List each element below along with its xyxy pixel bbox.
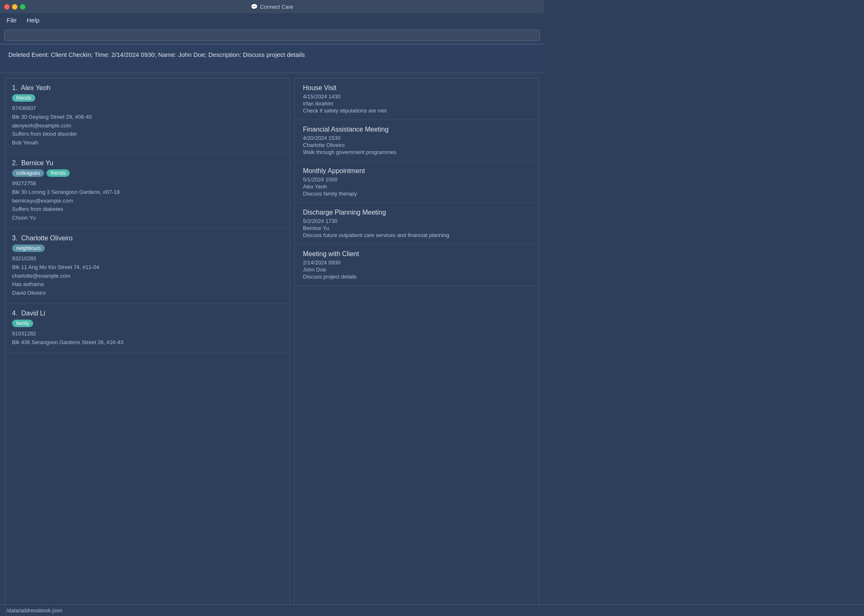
event-description: Check if safety stipulations are met xyxy=(303,108,530,114)
app-title: 💬 Connect Care xyxy=(251,3,293,10)
contact-email: charlotte@example.com xyxy=(12,272,283,281)
event-datetime: 5/1/2024 1000 xyxy=(303,176,530,183)
event-person: John Doe xyxy=(303,266,530,273)
contact-number-name: 3. Charlotte Oliveiro xyxy=(12,235,283,242)
tag-colleagues: colleagues xyxy=(12,169,44,177)
contacts-panel[interactable]: 1. Alex Yeoh friends 87438807Blk 30 Geyl… xyxy=(5,78,290,609)
events-panel[interactable]: House Visit 4/15/2024 1430 Irfan Ibrahim… xyxy=(294,78,539,609)
contact-condition: Has asthama xyxy=(12,280,283,289)
tag-neighbours: neighbours xyxy=(12,244,45,252)
tag-friends: friends xyxy=(12,94,35,102)
event-item[interactable]: Monthly Appointment 5/1/2024 1000 Alex Y… xyxy=(295,161,539,203)
contact-item[interactable]: 1. Alex Yeoh friends 87438807Blk 30 Geyl… xyxy=(5,78,290,154)
contact-address: Blk 30 Geylang Street 29, #06-40 xyxy=(12,113,283,122)
event-title: Meeting with Client xyxy=(303,250,530,258)
contact-email: alexyeoh@example.com xyxy=(12,122,283,130)
contact-emergency: Choon Yu xyxy=(12,214,283,222)
event-person: Irfan Ibrahim xyxy=(303,100,530,107)
maximize-button[interactable] xyxy=(20,4,25,10)
contact-phone: 87438807 xyxy=(12,104,283,113)
contact-phone: 91031282 xyxy=(12,330,283,338)
event-person: Bernice Yu xyxy=(303,225,530,231)
app-icon: 💬 xyxy=(251,3,258,10)
event-description: Walk through government programmes xyxy=(303,149,530,155)
contact-emergency: Bob Yeoah xyxy=(12,139,283,147)
notification-text: Deleted Event: Client Checkin; Time: 2/1… xyxy=(8,51,305,58)
event-description: Discuss project details xyxy=(303,274,530,280)
contact-number-name: 1. Alex Yeoh xyxy=(12,84,283,92)
event-title: Monthly Appointment xyxy=(303,167,530,175)
contact-emergency: David Oliveiro xyxy=(12,289,283,298)
status-bar: ./data/addressbook.json xyxy=(0,604,544,614)
event-title: Financial Assistance Meeting xyxy=(303,126,530,133)
toolbar-input[interactable] xyxy=(4,29,540,41)
contact-address: Blk 30 Lorong 3 Serangoon Gardens, #07-1… xyxy=(12,188,283,197)
event-title: Discharge Planning Meeting xyxy=(303,209,530,216)
contact-phone: 99272758 xyxy=(12,179,283,188)
main-content: 1. Alex Yeoh friends 87438807Blk 30 Geyl… xyxy=(0,73,544,614)
contact-email: berniceyu@example.com xyxy=(12,197,283,205)
contact-number-name: 4. David Li xyxy=(12,310,283,317)
contact-item[interactable]: 2. Bernice Yu colleaguesfriends 99272758… xyxy=(5,154,290,229)
tag-friends: friends xyxy=(46,169,70,177)
title-bar: 💬 Connect Care xyxy=(0,0,544,13)
traffic-lights xyxy=(4,4,25,10)
event-datetime: 5/2/2024 1730 xyxy=(303,218,530,224)
toolbar xyxy=(0,27,544,44)
menu-help[interactable]: Help xyxy=(27,17,39,24)
event-item[interactable]: Discharge Planning Meeting 5/2/2024 1730… xyxy=(295,203,539,244)
menu-file[interactable]: File xyxy=(7,17,17,24)
status-path: ./data/addressbook.json xyxy=(5,607,62,614)
event-description: Discuss family therapy xyxy=(303,191,530,197)
event-datetime: 4/15/2024 1430 xyxy=(303,93,530,100)
contact-address: Blk 436 Serangoon Gardens Street 26, #16… xyxy=(12,338,283,347)
contact-condition: Suffers from blood disorder xyxy=(12,130,283,139)
event-title: House Visit xyxy=(303,84,530,92)
contact-condition: Suffers from diabetes xyxy=(12,205,283,214)
event-datetime: 2/14/2024 0930 xyxy=(303,259,530,266)
event-datetime: 4/20/2024 1530 xyxy=(303,135,530,141)
menu-bar: File Help xyxy=(0,13,544,27)
event-item[interactable]: Financial Assistance Meeting 4/20/2024 1… xyxy=(295,120,539,161)
close-button[interactable] xyxy=(4,4,10,10)
app-title-text: Connect Care xyxy=(260,4,293,10)
tag-family: family xyxy=(12,320,33,327)
contact-phone: 93210283 xyxy=(12,254,283,263)
minimize-button[interactable] xyxy=(12,4,17,10)
event-item[interactable]: House Visit 4/15/2024 1430 Irfan Ibrahim… xyxy=(295,78,539,120)
contact-address: Blk 11 Ang Mo Kio Street 74, #11-04 xyxy=(12,263,283,272)
event-description: Discuss future outpatient care services … xyxy=(303,232,530,238)
event-item[interactable]: Meeting with Client 2/14/2024 0930 John … xyxy=(295,244,539,286)
event-person: Alex Yeoh xyxy=(303,183,530,190)
contact-number-name: 2. Bernice Yu xyxy=(12,159,283,167)
contact-item[interactable]: 3. Charlotte Oliveiro neighbours 9321028… xyxy=(5,229,290,304)
contact-item[interactable]: 4. David Li family 91031282Blk 436 Seran… xyxy=(5,304,290,353)
notification-bar: Deleted Event: Client Checkin; Time: 2/1… xyxy=(0,44,544,73)
event-person: Charlotte Oliveiro xyxy=(303,142,530,148)
